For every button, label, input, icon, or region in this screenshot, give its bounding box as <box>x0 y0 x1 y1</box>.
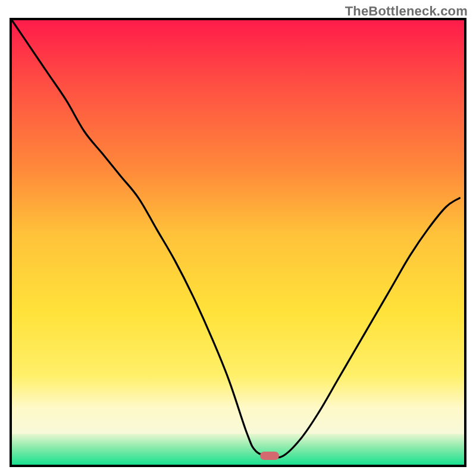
chart-border <box>10 18 466 467</box>
watermark-text: TheBottleneck.com <box>345 4 468 19</box>
chart-container: TheBottleneck.com <box>0 0 476 476</box>
